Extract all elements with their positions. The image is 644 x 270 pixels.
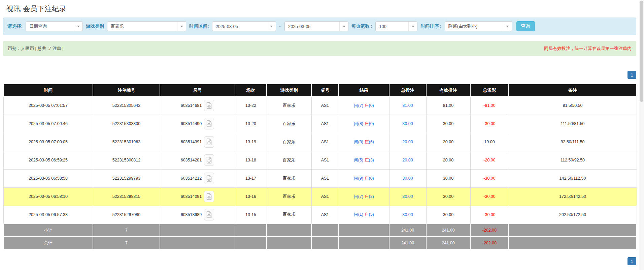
total-bet-link[interactable]: 30.00 (402, 194, 413, 199)
pagination-top: 1 (3, 71, 636, 79)
cell-total-bet: 20.00 (389, 133, 426, 151)
time-range-label: 时间区间: (189, 23, 209, 29)
table-row: 2025-03-05 06:59:25 522315300812 6035142… (3, 151, 637, 169)
grand-total-count: 7 (93, 237, 160, 249)
cell-result: 闲(9)庄(0) (339, 169, 389, 187)
cell-total-bet: 30.00 (389, 115, 426, 133)
time-sort-value: 降冪(由大到小) (445, 23, 503, 29)
result-banker-points: (5) (369, 212, 374, 217)
round-number: 603514490 (181, 121, 202, 126)
time-sort-select[interactable]: 降冪(由大到小) (445, 21, 512, 31)
cell-session: 13-15 (235, 206, 267, 224)
video-replay-button[interactable] (204, 118, 214, 129)
table-row: 2025-03-05 06:58:58 522315299793 6035142… (3, 169, 637, 187)
date-to-select[interactable]: 2025-03-05 (284, 21, 348, 31)
cell-table: AS1 (311, 206, 339, 224)
result-banker-label: 庄 (365, 103, 369, 108)
filter-panel: 请选择: 日期查询 游戏类别 百家乐 时间区间: 2025-03-05 ~ 20… (3, 18, 636, 35)
cell-round: 603514681 (160, 96, 235, 115)
total-bet-link[interactable]: 20.00 (402, 140, 413, 144)
col-bet-id: 注单编号 (93, 84, 160, 96)
table-row: 2025-03-05 07:00:05 522315301963 6035143… (3, 133, 637, 151)
total-bet-link[interactable]: 30.00 (402, 121, 413, 126)
video-file-icon (206, 211, 212, 218)
page-size-value: 100 (376, 24, 408, 29)
cell-result: 闲(1)庄(5) (339, 206, 389, 224)
round-number: 603514681 (181, 103, 202, 108)
pagination-bottom: 1 (3, 257, 636, 265)
table-row: 2025-03-05 06:58:10 522315298315 6035140… (3, 187, 637, 206)
game-category-value: 百家乐 (107, 23, 177, 29)
cell-time: 2025-03-05 07:01:57 (3, 96, 93, 115)
cell-valid-bet: 30.00 (426, 206, 470, 224)
cell-valid-bet: 30.00 (426, 115, 470, 133)
video-replay-button[interactable] (204, 154, 214, 166)
result-player: 闲(7) (354, 103, 363, 108)
result-banker-label: 庄 (365, 121, 369, 126)
result-player: 闲(9) (354, 176, 363, 181)
game-category-select[interactable]: 百家乐 (107, 21, 186, 31)
cell-time: 2025-03-05 06:59:25 (3, 151, 93, 169)
cell-time: 2025-03-05 07:00:46 (3, 115, 93, 133)
chevron-down-icon (503, 22, 512, 31)
result-player: 闲(7) (354, 194, 363, 199)
search-button[interactable]: 查询 (516, 21, 535, 31)
video-replay-button[interactable] (204, 191, 214, 202)
video-replay-button[interactable] (204, 173, 214, 184)
result-banker-label: 庄 (365, 194, 369, 199)
grand-total-label: 总计 (3, 237, 93, 249)
col-total-bet: 总投注 (389, 84, 426, 96)
cell-table: AS1 (311, 151, 339, 169)
subtotal-payout: -202.00 (470, 224, 509, 237)
result-banker-label: 庄 (365, 176, 369, 181)
video-file-icon (206, 120, 212, 127)
total-bet-link[interactable]: 20.00 (402, 158, 413, 162)
cell-bet-id: 522315297080 (93, 206, 160, 224)
cell-valid-bet: 20.00 (426, 133, 470, 151)
video-replay-button[interactable] (204, 136, 214, 148)
vertical-scrollbar[interactable] (639, 0, 644, 270)
cell-total-bet: 30.00 (389, 206, 426, 224)
scrollbar-thumb[interactable] (640, 1, 643, 102)
result-player: 闲(1) (354, 212, 363, 217)
page-size-select[interactable]: 100 (375, 21, 417, 31)
date-from-select[interactable]: 2025-03-05 (212, 21, 276, 31)
video-file-icon (206, 139, 212, 145)
date-to-value: 2025-03-05 (285, 24, 339, 29)
cell-table: AS1 (311, 187, 339, 206)
date-range-separator: ~ (279, 24, 282, 29)
grand-total-payout: -202.00 (470, 237, 509, 249)
cell-session: 13-18 (235, 151, 267, 169)
cell-session: 13-19 (235, 133, 267, 151)
date-from-value: 2025-03-05 (212, 24, 267, 29)
cell-bet-id: 522315301963 (93, 133, 160, 151)
total-bet-link[interactable]: 30.00 (402, 176, 413, 181)
table-header-row: 时间 注单编号 局号 场次 游戏类别 桌号 结果 总投注 有效投注 总派彩 备注 (3, 84, 637, 96)
page-1-button[interactable]: 1 (628, 257, 636, 265)
cell-payout: -30.00 (470, 206, 509, 224)
cell-game: 百家乐 (267, 151, 311, 169)
cell-valid-bet: 81.00 (426, 96, 470, 115)
col-round: 局号 (160, 84, 235, 96)
total-bet-link[interactable]: 81.00 (402, 103, 413, 108)
cell-result: 闲(3)庄(6) (339, 133, 389, 151)
query-type-select[interactable]: 日期查询 (26, 21, 83, 31)
round-number: 603514212 (181, 176, 202, 181)
cell-round: 603514091 (160, 187, 235, 206)
total-bet-link[interactable]: 30.00 (402, 212, 413, 217)
round-number: 603514391 (181, 140, 202, 144)
table-row: 2025-03-05 07:00:46 522315303300 6035144… (3, 115, 637, 133)
grand-total-valid-bet: 241.00 (426, 237, 470, 249)
cell-remark: 142.50/112.50 (509, 169, 637, 187)
page-1-button[interactable]: 1 (628, 71, 636, 79)
video-replay-button[interactable] (204, 209, 214, 220)
col-payout: 总派彩 (470, 84, 509, 96)
cell-total-bet: 81.00 (389, 96, 426, 115)
col-time: 时间 (3, 84, 93, 96)
page-title: 视讯 会员下注纪录 (3, 0, 636, 13)
table-row: 2025-03-05 06:57:33 522315297080 6035139… (3, 206, 637, 224)
video-replay-button[interactable] (204, 100, 214, 111)
cell-total-bet: 30.00 (389, 187, 426, 206)
cell-remark: 111.50/81.50 (509, 115, 637, 133)
col-table: 桌号 (311, 84, 339, 96)
